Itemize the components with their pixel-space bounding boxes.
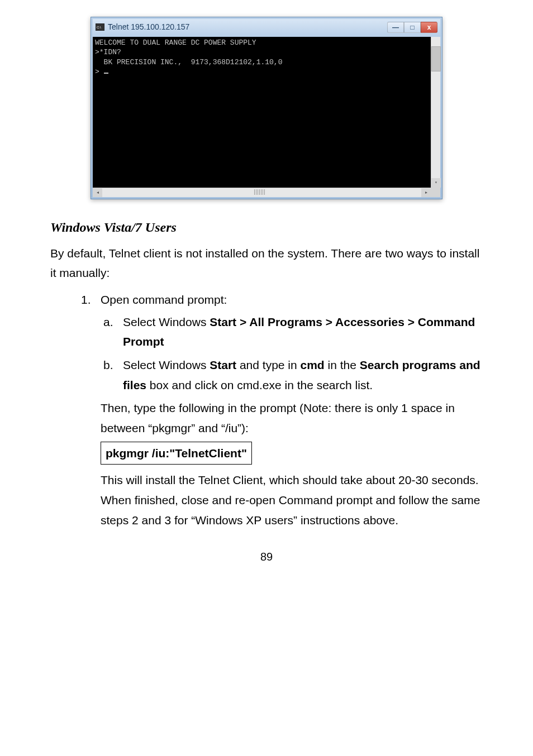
step-a: a.Select Windows Start > All Programs > … — [123, 312, 483, 352]
step-b-b2: cmd — [301, 358, 325, 371]
window-controls: — □ x — [387, 22, 437, 33]
step-b-prefix: Select Windows — [123, 358, 210, 371]
scroll-track[interactable] — [102, 188, 440, 197]
cmd-icon — [96, 23, 104, 31]
scroll-left-icon[interactable]: ◂ — [93, 188, 102, 197]
telnet-window: Telnet 195.100.120.157 — □ x WELCOME TO … — [91, 17, 442, 199]
intro-text: By default, Telnet client is not install… — [50, 243, 483, 283]
scroll-corner — [431, 188, 440, 197]
step-b: b.Select Windows Start and type in cmd i… — [123, 355, 483, 395]
scroll-down-icon[interactable]: ▾ — [431, 178, 441, 188]
scroll-grip-icon — [254, 189, 265, 195]
minimize-button[interactable]: — — [387, 22, 404, 33]
maximize-button[interactable]: □ — [404, 22, 421, 33]
scroll-right-icon[interactable]: ▸ — [421, 188, 431, 197]
vertical-scrollbar[interactable]: ▴ ▾ — [431, 37, 440, 188]
step-a-marker: a. — [103, 312, 123, 332]
section-heading: Windows Vista/7 Users — [50, 216, 483, 239]
step-b-marker: b. — [103, 355, 123, 375]
title-bar[interactable]: Telnet 195.100.120.157 — □ x — [93, 19, 440, 37]
step-1: 1.Open command prompt: — [81, 290, 483, 310]
window-title: Telnet 195.100.120.157 — [108, 21, 189, 34]
step-1-text: Open command prompt: — [101, 293, 227, 306]
scroll-thumb[interactable] — [431, 46, 441, 71]
console-text: WELCOME TO DUAL RANGE DC POWER SUPPLY >*… — [95, 39, 282, 76]
code-command: pkgmgr /iu:"TelnetClient" — [101, 442, 252, 465]
horizontal-scrollbar[interactable]: ◂ ▸ — [93, 188, 440, 197]
close-button[interactable]: x — [421, 22, 437, 33]
step-a-prefix: Select Windows — [123, 315, 210, 328]
page-number: 89 — [50, 547, 483, 566]
console-area[interactable]: WELCOME TO DUAL RANGE DC POWER SUPPLY >*… — [93, 37, 440, 188]
step-b-mid2: in the — [325, 358, 360, 371]
after-text: This will install the Telnet Client, whi… — [101, 470, 483, 530]
then-text: Then, type the following in the prompt (… — [101, 398, 483, 438]
step-b-mid1: and type in — [236, 358, 300, 371]
cursor-icon — [104, 73, 108, 74]
title-left: Telnet 195.100.120.157 — [96, 21, 189, 34]
step-b-b1: Start — [210, 358, 236, 371]
step-1-marker: 1. — [81, 290, 101, 310]
step-b-tail: box and click on cmd.exe in the search l… — [146, 379, 373, 391]
